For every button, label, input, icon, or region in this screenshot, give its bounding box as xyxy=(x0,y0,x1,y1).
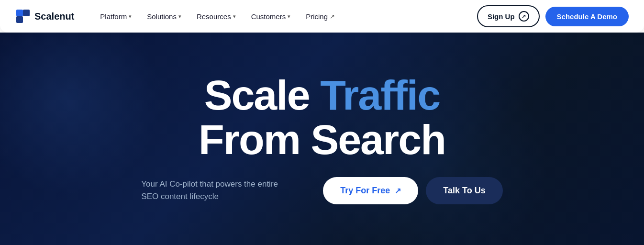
nav-resources[interactable]: Resources ▾ xyxy=(190,9,243,24)
arrow-icon: ↗ xyxy=(395,186,401,195)
hero-subtitle: Your AI Co-pilot that powers the entire … xyxy=(141,178,285,203)
logo-text: Scalenut xyxy=(34,11,74,22)
chevron-down-icon: ▾ xyxy=(288,13,290,20)
nav-pricing[interactable]: Pricing ↗ xyxy=(299,9,342,24)
nav-actions: Sign Up ↗ Schedule A Demo xyxy=(477,5,629,27)
hero-title: Scale Traffic From Search xyxy=(141,73,502,162)
hero-title-scale: Scale xyxy=(204,71,320,119)
external-link-icon: ↗ xyxy=(330,13,335,20)
hero-section: Scale Traffic From Search Your AI Co-pil… xyxy=(0,33,644,245)
svg-rect-0 xyxy=(16,10,23,16)
hero-ctas: Try For Free ↗ Talk To Us xyxy=(323,177,502,204)
nav-solutions[interactable]: Solutions ▾ xyxy=(140,9,188,24)
svg-rect-1 xyxy=(23,10,30,16)
hero-content: Scale Traffic From Search Your AI Co-pil… xyxy=(141,73,502,204)
chevron-down-icon: ▾ xyxy=(129,13,132,20)
nav-platform[interactable]: Platform ▾ xyxy=(93,9,138,24)
talk-to-us-button[interactable]: Talk To Us xyxy=(426,177,502,204)
schedule-demo-button[interactable]: Schedule A Demo xyxy=(545,7,629,26)
chevron-down-icon: ▾ xyxy=(233,13,236,20)
logo-icon xyxy=(15,9,31,24)
chevron-down-icon: ▾ xyxy=(178,13,181,20)
navbar: Scalenut Platform ▾ Solutions ▾ Resource… xyxy=(0,0,644,33)
svg-rect-2 xyxy=(16,16,23,23)
nav-customers[interactable]: Customers ▾ xyxy=(244,9,298,24)
try-for-free-button[interactable]: Try For Free ↗ xyxy=(323,177,418,204)
arrow-icon: ↗ xyxy=(519,11,529,22)
signup-button[interactable]: Sign Up ↗ xyxy=(477,5,540,27)
hero-bottom: Your AI Co-pilot that powers the entire … xyxy=(141,177,502,204)
hero-title-from-search: From Search xyxy=(199,116,445,163)
logo[interactable]: Scalenut xyxy=(15,9,74,24)
hero-title-traffic: Traffic xyxy=(320,71,440,119)
nav-links: Platform ▾ Solutions ▾ Resources ▾ Custo… xyxy=(93,9,477,24)
